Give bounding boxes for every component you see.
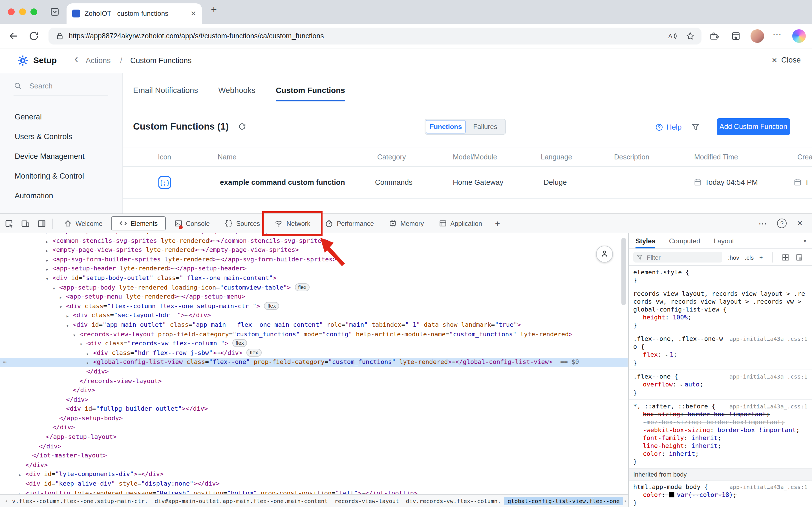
flex-badge[interactable]: flex xyxy=(295,283,310,291)
breadcrumb-back-icon[interactable]: ‹ xyxy=(74,53,78,65)
dom-tree-node[interactable]: ▸<empty-page-view-sprites lyte-rendered>… xyxy=(0,245,627,255)
expand-arrow-icon[interactable]: ▸ xyxy=(46,256,49,265)
devtools-tab-application[interactable]: Application xyxy=(431,214,490,233)
collections-icon[interactable] xyxy=(731,31,741,41)
styles-tab-computed[interactable]: Computed xyxy=(669,233,700,248)
window-minimize-button[interactable] xyxy=(19,8,26,15)
refresh-icon[interactable] xyxy=(28,31,40,42)
layout-toggle-icon[interactable] xyxy=(795,253,803,261)
flex-badge[interactable]: flex xyxy=(232,339,247,347)
css-property[interactable]: color: var(--color-18); xyxy=(633,491,808,499)
expand-arrow-icon[interactable]: ▸ xyxy=(86,358,89,368)
expand-arrow-icon[interactable]: ▸ xyxy=(46,246,49,256)
expand-arrow-icon[interactable]: ▸ xyxy=(18,471,22,480)
devtools-tab-welcome[interactable]: Welcome xyxy=(56,214,110,233)
devtools-tab-performance[interactable]: Performance xyxy=(317,214,381,233)
styles-filter-input[interactable] xyxy=(646,253,710,261)
lock-icon[interactable] xyxy=(55,32,64,41)
inspect-element-icon[interactable] xyxy=(2,216,16,231)
dom-tree-node[interactable]: ▸<iot-tooltip lyte-rendered message="Ref… xyxy=(0,489,627,494)
dom-tree-node[interactable]: </div> xyxy=(0,395,627,404)
read-aloud-icon[interactable]: A xyxy=(668,32,677,41)
devtools-tab-memory[interactable]: Memory xyxy=(381,214,431,233)
css-rule[interactable]: element.style {} xyxy=(629,266,812,287)
dom-tree-node[interactable]: </div> xyxy=(0,442,627,451)
sidebar-item-device-management[interactable]: Device Management xyxy=(15,152,85,161)
collapse-arrow-icon[interactable]: ▾ xyxy=(59,302,62,312)
extensions-icon[interactable] xyxy=(709,31,719,41)
sidebar-item-users-controls[interactable]: Users & Controls xyxy=(15,132,72,141)
css-property[interactable]: -moz-box-sizing: border-box!important; xyxy=(633,418,808,427)
collapse-arrow-icon[interactable]: ▾ xyxy=(46,274,49,284)
dock-panel-icon[interactable] xyxy=(35,216,49,231)
devtools-tab-console[interactable]: Console xyxy=(167,214,217,233)
color-swatch[interactable] xyxy=(669,492,675,497)
expand-arrow-icon[interactable]: ▸ xyxy=(59,293,62,302)
dom-tree-node[interactable]: ▸<common-stencils-svg-sprites lyte-rende… xyxy=(0,236,627,245)
new-tab-button[interactable]: + xyxy=(211,4,217,16)
toggle-functions[interactable]: Functions xyxy=(426,120,466,133)
tab-close-icon[interactable]: ✕ xyxy=(191,10,196,17)
devtools-tab-sources[interactable]: Sources xyxy=(217,214,267,233)
dom-tree-node[interactable]: ▾<records-view-layout prop-field-categor… xyxy=(0,330,627,339)
dom-tree-node[interactable]: ▸<div class="sec-layout-hdr ">⋯</div> xyxy=(0,311,627,321)
dom-tree-node[interactable]: ▾<app-setup-body lyte-rendered loading-i… xyxy=(0,283,627,292)
css-rule[interactable]: app-initial…a43a_.css:1html.app-mode bod… xyxy=(629,481,812,507)
breadcrumb-div-records-vw-flex-column[interactable]: div.records-vw.flex--column. xyxy=(402,497,504,505)
more-options-icon[interactable]: ⋯ xyxy=(758,218,767,228)
more-menu-icon[interactable]: ⋯ xyxy=(772,29,782,40)
css-property[interactable]: color: inherit; xyxy=(633,450,808,458)
dom-tree-node[interactable]: <div id="fullpg-builder-outlet"></div> xyxy=(0,405,627,414)
expand-arrow-icon[interactable]: ▸ xyxy=(18,489,22,494)
dom-tree-node[interactable]: <div id="keep-alive-div" style="display:… xyxy=(0,480,627,489)
css-source-link[interactable]: app-initial…a43a_.css:1 xyxy=(729,335,808,343)
help-button[interactable]: Help xyxy=(655,123,682,131)
expand-value-icon[interactable]: ▸ xyxy=(680,383,683,388)
elements-scrollbar[interactable] xyxy=(621,238,626,305)
devtools-help-icon[interactable]: ? xyxy=(777,219,786,228)
sidebar-item-general[interactable]: General xyxy=(15,113,42,121)
dom-tree-node[interactable]: </iot-master-layout> xyxy=(0,452,627,461)
css-selector[interactable]: element.style { xyxy=(633,269,808,277)
expand-arrow-icon[interactable]: ▸ xyxy=(46,237,49,246)
tab-custom-functions[interactable]: Custom Functions xyxy=(276,86,345,101)
expand-arrow-icon[interactable]: ▸ xyxy=(46,265,49,274)
css-source-link[interactable]: app-initial…a43a_.css:1 xyxy=(729,483,808,491)
setup-close-button[interactable]: ✕ Close xyxy=(772,56,801,64)
expand-arrow-icon[interactable]: ▸ xyxy=(86,349,89,358)
styles-filter-box[interactable] xyxy=(633,252,722,263)
tab-webhooks[interactable]: Webhooks xyxy=(218,86,255,101)
styles-tab-layout[interactable]: Layout xyxy=(714,233,734,248)
search-input[interactable] xyxy=(28,81,98,91)
accessibility-icon[interactable] xyxy=(596,245,613,263)
favorite-star-icon[interactable] xyxy=(686,32,695,41)
copilot-icon[interactable] xyxy=(792,29,806,43)
back-icon[interactable] xyxy=(8,31,19,42)
dom-tree-node[interactable]: ▸<div id="lyte-components-div">⋯</div> xyxy=(0,470,627,480)
breadcrumb-v-flex-column-flex-one-setup-main-ctr[interactable]: v.flex--column.flex--one.setup-main-ctr. xyxy=(9,497,151,505)
css-source-link[interactable]: app-initial…a43a_.css:1 xyxy=(729,403,808,411)
dom-tree-node[interactable]: ▸<svg-datapoints-sprites lyte-rendered>⋯… xyxy=(0,233,627,236)
breadcrumb-records-view-layout[interactable]: records-view-layout xyxy=(331,497,403,505)
styles-button-clscls[interactable]: .cls xyxy=(745,254,754,261)
css-property[interactable]: line-height: inherit; xyxy=(633,442,808,450)
dom-tree-node[interactable]: </records-view-layout> xyxy=(0,377,627,386)
css-rule[interactable]: app-initial…a43a_.css:1.flex--one, .flex… xyxy=(629,332,812,370)
styles-tab-styles[interactable]: Styles xyxy=(636,233,656,248)
dom-tree-node[interactable]: </app-setup-layout> xyxy=(0,433,627,442)
dom-tree-node[interactable]: ▸<app-setup-header lyte-rendered>⋯</app-… xyxy=(0,265,627,274)
dom-tree-node[interactable]: </div> xyxy=(0,461,627,470)
devtools-tab-elements[interactable]: Elements xyxy=(111,216,165,230)
collapse-arrow-icon[interactable]: ▾ xyxy=(80,340,83,349)
sidebar-item-automation[interactable]: Automation xyxy=(15,191,53,200)
cell-name[interactable]: example command custom function xyxy=(220,178,345,186)
browser-tab[interactable]: ZohoIOT - custom-functions ✕ xyxy=(66,3,202,24)
table-row[interactable]: {;}example command custom functionComman… xyxy=(123,167,812,199)
devtools-tab-network[interactable]: Network xyxy=(267,214,317,233)
collapse-arrow-icon[interactable]: ▾ xyxy=(73,330,76,340)
dom-tree-node[interactable]: ▸<app-setup-menu lyte-rendered>⋯</app-se… xyxy=(0,292,627,302)
grid-overlay-icon[interactable] xyxy=(781,253,790,261)
add-custom-function-button[interactable]: Add Custom Function xyxy=(717,118,790,135)
dom-tree-node[interactable]: ▾<div id="app-main-outlet" class="app-ma… xyxy=(0,321,627,330)
sidebar-search[interactable] xyxy=(13,81,108,96)
